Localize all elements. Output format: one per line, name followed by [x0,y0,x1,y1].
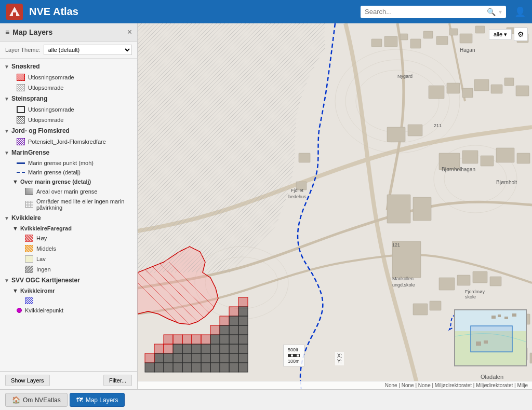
svg-rect-12 [384,36,397,47]
section-svv[interactable]: ▼ SVV OGC Karttjenester [0,275,137,286]
show-layers-button[interactable]: Show Layers [5,375,50,386]
svg-rect-107 [238,325,248,335]
subsection-label: Over marin grense (detalj) [20,179,91,185]
svg-rect-64 [173,344,182,353]
subsection-kvikkleiromr[interactable]: ▼ Kvikkleiromr [8,286,137,295]
list-item: Utlosningsomrade [8,104,137,115]
filter-button[interactable]: Filter... [103,375,132,386]
svg-rect-16 [436,36,448,45]
search-dropdown-button[interactable]: ▾ [499,8,502,16]
search-container: 🔍 ▾ [361,6,506,18]
map-area[interactable]: Hagan Nygard Bjørnholhagan Bjørnholt Mar… [138,23,532,389]
profile-icon[interactable]: 👤 [514,6,526,18]
kvikkleire-content: ▼ KvikkleireFaregrad Høy Middels Lav [0,224,137,275]
svg-text:Bjørnholhagan: Bjørnholhagan [442,167,475,172]
maringrense-content: Marin grense punkt (moh) Marin grense (d… [0,158,137,212]
legend-icon [17,172,25,173]
list-item: Marin grense (detalj) [8,168,137,177]
svg-rect-83 [201,344,210,353]
svg-rect-100 [229,335,238,344]
search-button[interactable]: 🔍 [487,8,496,16]
svg-rect-96 [220,363,229,372]
arrow-icon: ▼ [12,179,18,185]
tab-label: Om NVEatlas [23,397,61,404]
svg-rect-90 [210,363,220,372]
kvikkleiromr-content [8,295,137,306]
dropdown-icon: ▾ [504,31,507,38]
section-kvikkleire[interactable]: ▼ Kvikkleire [0,212,137,224]
legend-icon [17,84,25,91]
scale-ruler [288,354,300,357]
layer-filter-button[interactable]: alle ▾ [489,29,512,40]
list-item: Områder med lite eller ingen marin påvir… [17,197,137,212]
legend-icon [25,266,33,273]
section-steinsprang[interactable]: ▼ Steinsprang [0,93,137,104]
svg-rect-86 [210,325,220,335]
svg-rect-108 [238,335,248,344]
x-coord-label: X: [337,353,342,359]
list-item: Ingen [17,264,137,275]
svg-rect-82 [201,335,210,344]
legend-icon [17,138,25,145]
svg-rect-92 [220,325,229,335]
svg-rect-11 [371,39,382,47]
svg-rect-29 [516,86,529,96]
close-panel-button[interactable]: × [127,28,132,37]
map-settings-button[interactable]: ⚙ [514,28,528,41]
mini-map[interactable] [454,309,527,366]
svg-rect-110 [238,353,248,363]
svg-text:Bjørnholt: Bjørnholt [496,180,517,185]
scale-segment-2 [290,354,294,357]
steinsprang-content: Utlosningsomrade Utlopsomrade [0,104,137,125]
svg-rect-103 [229,363,238,372]
svg-rect-104 [238,297,248,307]
section-label: Jord- og Flomskred [11,127,70,134]
svg-rect-30 [387,127,405,142]
over-marin-content: Areal over marin grense Områder med lite… [8,186,137,212]
layer-label: Middels [36,245,56,252]
list-item: Kvikkleirepunkt [8,306,137,315]
section-snoeskred[interactable]: ▼ Snøskred [0,61,137,72]
layer-list: ▼ Snøskred Utlosningsomrade Utlopsomrade… [0,59,137,371]
layer-label: Utlopsomrade [28,85,63,91]
list-item: Utlopsomrade [8,83,137,93]
layer-label: Utlopsomrade [28,117,63,123]
svg-text:skole: skole [465,294,476,299]
svg-rect-45 [490,277,501,286]
svg-rect-97 [229,307,238,316]
svg-rect-61 [164,335,173,344]
scale-segment-4 [296,354,300,357]
subsection-faregrad[interactable]: ▼ KvikkleireFaregrad [8,224,137,233]
svg-text:Oladalen: Oladalen [481,374,503,380]
svg-rect-95 [220,353,229,363]
svg-rect-42 [439,278,455,290]
legend-icon [25,235,33,242]
section-maringrense[interactable]: ▼ MarinGrense [0,147,137,158]
app-logo [6,4,23,20]
list-item: Middels [17,243,137,254]
tab-map-layers[interactable]: 🗺 Map Layers [70,393,125,407]
arrow-icon: ▼ [12,288,18,294]
svg-rect-36 [517,153,530,163]
tab-om-nve[interactable]: 🏠 Om NVEatlas [5,393,68,407]
search-input[interactable] [365,8,484,16]
home-icon: 🏠 [12,396,20,404]
svg-rect-133 [476,341,481,346]
svg-rect-78 [164,363,173,372]
layer-label: Potensielt_Jord-Flomskredfare [28,139,106,145]
list-item [25,295,137,306]
coordinates-display: X: Y: [335,352,344,365]
scale-label-m: 100m [288,359,300,364]
legend-icon [25,188,33,195]
svg-rect-89 [210,353,220,363]
svg-rect-17 [449,29,458,35]
svg-rect-28 [504,78,514,86]
svg-rect-69 [154,344,164,353]
section-jord[interactable]: ▼ Jord- og Flomskred [0,125,137,136]
svg-rect-106 [238,316,248,325]
subsection-over-marin[interactable]: ▼ Over marin grense (detalj) [8,177,137,186]
layer-theme-select[interactable]: alle (default) Snøskred Steinsprang Kvik… [44,45,132,55]
bottom-navigation: 🏠 Om NVEatlas 🗺 Map Layers [0,389,532,410]
svg-rect-67 [192,335,201,344]
svg-rect-38 [413,197,431,221]
